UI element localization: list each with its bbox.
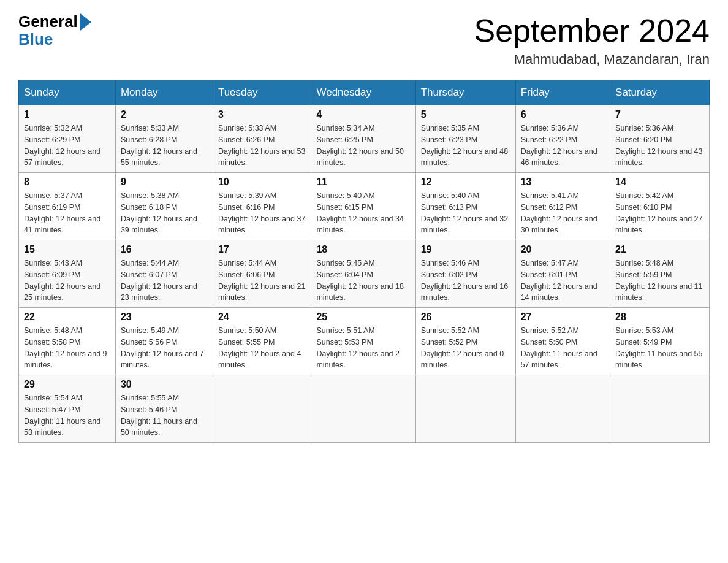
calendar-cell bbox=[610, 375, 710, 443]
calendar-cell: 9Sunrise: 5:38 AMSunset: 6:18 PMDaylight… bbox=[115, 173, 213, 240]
day-info: Sunrise: 5:49 AMSunset: 5:56 PMDaylight:… bbox=[121, 326, 204, 369]
day-info: Sunrise: 5:55 AMSunset: 5:46 PMDaylight:… bbox=[121, 394, 197, 437]
calendar-cell bbox=[213, 375, 311, 443]
header-sunday: Sunday bbox=[19, 80, 116, 105]
calendar-cell: 28Sunrise: 5:53 AMSunset: 5:49 PMDayligh… bbox=[610, 308, 710, 375]
calendar-cell: 1Sunrise: 5:32 AMSunset: 6:29 PMDaylight… bbox=[19, 105, 116, 173]
day-info: Sunrise: 5:53 AMSunset: 5:49 PMDaylight:… bbox=[615, 326, 702, 369]
day-info: Sunrise: 5:32 AMSunset: 6:29 PMDaylight:… bbox=[24, 124, 100, 167]
day-number: 30 bbox=[121, 379, 208, 390]
calendar-cell: 14Sunrise: 5:42 AMSunset: 6:10 PMDayligh… bbox=[610, 173, 710, 240]
day-info: Sunrise: 5:40 AMSunset: 6:13 PMDaylight:… bbox=[421, 191, 508, 234]
day-number: 10 bbox=[218, 177, 306, 188]
day-info: Sunrise: 5:48 AMSunset: 5:59 PMDaylight:… bbox=[615, 259, 702, 302]
logo-general-text: General bbox=[18, 12, 78, 31]
calendar-cell: 22Sunrise: 5:48 AMSunset: 5:58 PMDayligh… bbox=[19, 308, 116, 375]
calendar-cell: 30Sunrise: 5:55 AMSunset: 5:46 PMDayligh… bbox=[115, 375, 213, 443]
day-info: Sunrise: 5:54 AMSunset: 5:47 PMDaylight:… bbox=[24, 394, 100, 437]
day-number: 27 bbox=[521, 312, 605, 323]
day-number: 25 bbox=[316, 312, 410, 323]
week-row-4: 22Sunrise: 5:48 AMSunset: 5:58 PMDayligh… bbox=[19, 308, 710, 375]
day-info: Sunrise: 5:36 AMSunset: 6:22 PMDaylight:… bbox=[521, 124, 597, 167]
day-info: Sunrise: 5:35 AMSunset: 6:23 PMDaylight:… bbox=[421, 124, 508, 167]
page-header: General Blue September 2024 Mahmudabad, … bbox=[18, 12, 710, 67]
calendar-cell: 24Sunrise: 5:50 AMSunset: 5:55 PMDayligh… bbox=[213, 308, 311, 375]
day-number: 16 bbox=[121, 244, 208, 255]
day-info: Sunrise: 5:44 AMSunset: 6:06 PMDaylight:… bbox=[218, 259, 305, 302]
day-info: Sunrise: 5:44 AMSunset: 6:07 PMDaylight:… bbox=[121, 259, 197, 302]
day-info: Sunrise: 5:45 AMSunset: 6:04 PMDaylight:… bbox=[316, 259, 403, 302]
day-number: 12 bbox=[421, 177, 510, 188]
day-number: 3 bbox=[218, 109, 306, 120]
logo-blue-text: Blue bbox=[18, 30, 53, 49]
calendar-cell: 27Sunrise: 5:52 AMSunset: 5:50 PMDayligh… bbox=[515, 308, 610, 375]
day-info: Sunrise: 5:41 AMSunset: 6:12 PMDaylight:… bbox=[521, 191, 597, 234]
calendar-cell: 21Sunrise: 5:48 AMSunset: 5:59 PMDayligh… bbox=[610, 240, 710, 308]
day-number: 23 bbox=[121, 312, 208, 323]
day-info: Sunrise: 5:38 AMSunset: 6:18 PMDaylight:… bbox=[121, 191, 197, 234]
day-number: 4 bbox=[316, 109, 410, 120]
day-info: Sunrise: 5:50 AMSunset: 5:55 PMDaylight:… bbox=[218, 326, 301, 369]
day-number: 11 bbox=[316, 177, 410, 188]
calendar-cell: 8Sunrise: 5:37 AMSunset: 6:19 PMDaylight… bbox=[19, 173, 116, 240]
day-number: 9 bbox=[121, 177, 208, 188]
day-info: Sunrise: 5:34 AMSunset: 6:25 PMDaylight:… bbox=[316, 124, 403, 167]
header-thursday: Thursday bbox=[415, 80, 515, 105]
calendar-cell: 7Sunrise: 5:36 AMSunset: 6:20 PMDaylight… bbox=[610, 105, 710, 173]
day-info: Sunrise: 5:51 AMSunset: 5:53 PMDaylight:… bbox=[316, 326, 400, 369]
day-info: Sunrise: 5:33 AMSunset: 6:28 PMDaylight:… bbox=[121, 124, 197, 167]
calendar-cell: 6Sunrise: 5:36 AMSunset: 6:22 PMDaylight… bbox=[515, 105, 610, 173]
day-number: 8 bbox=[24, 177, 110, 188]
day-info: Sunrise: 5:52 AMSunset: 5:52 PMDaylight:… bbox=[421, 326, 504, 369]
header-tuesday: Tuesday bbox=[213, 80, 311, 105]
day-number: 5 bbox=[421, 109, 510, 120]
day-number: 13 bbox=[521, 177, 605, 188]
header-friday: Friday bbox=[515, 80, 610, 105]
day-info: Sunrise: 5:40 AMSunset: 6:15 PMDaylight:… bbox=[316, 191, 403, 234]
header-monday: Monday bbox=[115, 80, 213, 105]
calendar-cell: 2Sunrise: 5:33 AMSunset: 6:28 PMDaylight… bbox=[115, 105, 213, 173]
header-saturday: Saturday bbox=[610, 80, 710, 105]
calendar-cell: 16Sunrise: 5:44 AMSunset: 6:07 PMDayligh… bbox=[115, 240, 213, 308]
day-info: Sunrise: 5:46 AMSunset: 6:02 PMDaylight:… bbox=[421, 259, 508, 302]
day-number: 7 bbox=[615, 109, 704, 120]
calendar-cell: 26Sunrise: 5:52 AMSunset: 5:52 PMDayligh… bbox=[415, 308, 515, 375]
day-number: 21 bbox=[615, 244, 704, 255]
day-number: 18 bbox=[316, 244, 410, 255]
calendar-cell: 4Sunrise: 5:34 AMSunset: 6:25 PMDaylight… bbox=[311, 105, 415, 173]
week-row-1: 1Sunrise: 5:32 AMSunset: 6:29 PMDaylight… bbox=[19, 105, 710, 173]
location-title: Mahmudabad, Mazandaran, Iran bbox=[474, 52, 710, 67]
header-row: Sunday Monday Tuesday Wednesday Thursday… bbox=[19, 80, 710, 105]
logo-arrow-icon bbox=[80, 13, 91, 31]
day-number: 1 bbox=[24, 109, 110, 120]
calendar-cell: 10Sunrise: 5:39 AMSunset: 6:16 PMDayligh… bbox=[213, 173, 311, 240]
calendar-cell: 18Sunrise: 5:45 AMSunset: 6:04 PMDayligh… bbox=[311, 240, 415, 308]
day-info: Sunrise: 5:47 AMSunset: 6:01 PMDaylight:… bbox=[521, 259, 597, 302]
calendar-cell: 25Sunrise: 5:51 AMSunset: 5:53 PMDayligh… bbox=[311, 308, 415, 375]
day-number: 24 bbox=[218, 312, 306, 323]
day-info: Sunrise: 5:37 AMSunset: 6:19 PMDaylight:… bbox=[24, 191, 100, 234]
week-row-3: 15Sunrise: 5:43 AMSunset: 6:09 PMDayligh… bbox=[19, 240, 710, 308]
day-number: 20 bbox=[521, 244, 605, 255]
calendar-cell: 11Sunrise: 5:40 AMSunset: 6:15 PMDayligh… bbox=[311, 173, 415, 240]
day-info: Sunrise: 5:39 AMSunset: 6:16 PMDaylight:… bbox=[218, 191, 305, 234]
calendar-cell: 12Sunrise: 5:40 AMSunset: 6:13 PMDayligh… bbox=[415, 173, 515, 240]
day-info: Sunrise: 5:33 AMSunset: 6:26 PMDaylight:… bbox=[218, 124, 305, 167]
day-number: 19 bbox=[421, 244, 510, 255]
logo: General Blue bbox=[18, 12, 91, 49]
day-info: Sunrise: 5:43 AMSunset: 6:09 PMDaylight:… bbox=[24, 259, 100, 302]
title-section: September 2024 Mahmudabad, Mazandaran, I… bbox=[474, 12, 710, 67]
day-number: 29 bbox=[24, 379, 110, 390]
calendar-cell: 13Sunrise: 5:41 AMSunset: 6:12 PMDayligh… bbox=[515, 173, 610, 240]
calendar-cell: 3Sunrise: 5:33 AMSunset: 6:26 PMDaylight… bbox=[213, 105, 311, 173]
calendar-cell bbox=[311, 375, 415, 443]
day-number: 26 bbox=[421, 312, 510, 323]
week-row-5: 29Sunrise: 5:54 AMSunset: 5:47 PMDayligh… bbox=[19, 375, 710, 443]
calendar-cell bbox=[515, 375, 610, 443]
calendar-cell: 29Sunrise: 5:54 AMSunset: 5:47 PMDayligh… bbox=[19, 375, 116, 443]
day-number: 6 bbox=[521, 109, 605, 120]
day-number: 28 bbox=[615, 312, 704, 323]
day-info: Sunrise: 5:52 AMSunset: 5:50 PMDaylight:… bbox=[521, 326, 597, 369]
day-number: 14 bbox=[615, 177, 704, 188]
calendar-cell: 5Sunrise: 5:35 AMSunset: 6:23 PMDaylight… bbox=[415, 105, 515, 173]
